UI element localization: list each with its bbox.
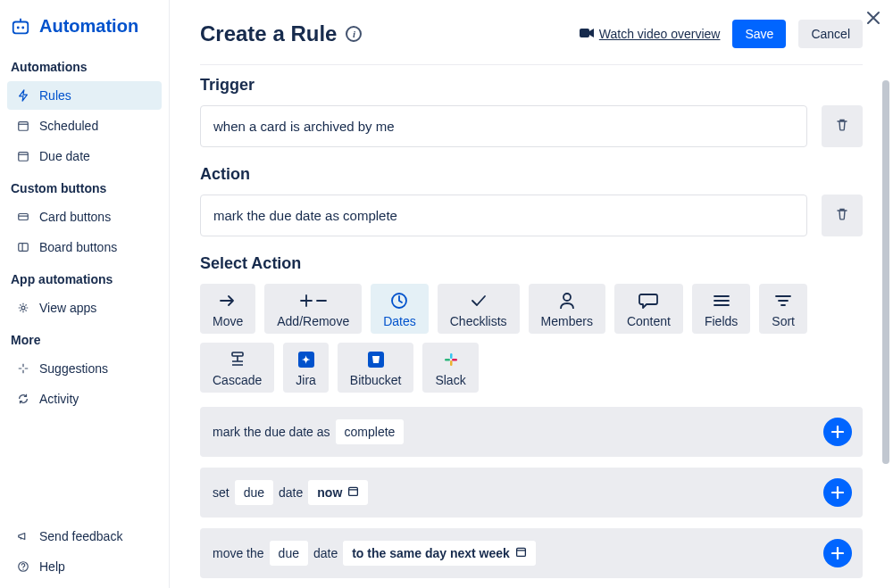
speech-bubble-icon bbox=[638, 291, 658, 311]
select-action-heading: Select Action bbox=[200, 254, 863, 273]
page-title: Create a Rule bbox=[200, 21, 337, 46]
delete-trigger-button[interactable] bbox=[822, 105, 863, 147]
sidebar-item-label: Activity bbox=[39, 392, 79, 406]
trash-icon bbox=[835, 207, 849, 224]
category-label: Fields bbox=[705, 314, 738, 328]
jira-icon: ✦ bbox=[298, 350, 314, 369]
sidebar-item-suggestions[interactable]: Suggestions bbox=[7, 354, 162, 383]
action-category-fields[interactable]: Fields bbox=[692, 284, 750, 334]
svg-rect-25 bbox=[516, 548, 525, 556]
template-text: date bbox=[313, 546, 338, 560]
action-template-set-date: set due date now bbox=[200, 468, 863, 518]
template-value-pill[interactable]: to the same day next week bbox=[343, 541, 536, 566]
watch-video-link[interactable]: Watch video overview bbox=[580, 27, 721, 41]
sidebar-item-label: Card buttons bbox=[39, 210, 111, 224]
sidebar-item-activity[interactable]: Activity bbox=[7, 385, 162, 413]
svg-rect-6 bbox=[19, 153, 29, 161]
category-label: Bitbucket bbox=[350, 373, 402, 387]
main: Create a Rule i Watch video overview Sav… bbox=[170, 0, 893, 588]
plus-minus-icon bbox=[300, 291, 327, 311]
action-category-move[interactable]: Move bbox=[200, 284, 255, 334]
action-summary[interactable]: mark the due date as complete bbox=[200, 195, 807, 236]
sidebar-item-scheduled[interactable]: Scheduled bbox=[7, 112, 162, 140]
svg-rect-18 bbox=[232, 352, 243, 356]
brand-title: Automation bbox=[39, 16, 138, 37]
category-label: Checklists bbox=[450, 314, 507, 328]
template-field-pill[interactable]: due bbox=[270, 541, 308, 566]
svg-rect-22 bbox=[452, 359, 457, 361]
svg-point-12 bbox=[21, 306, 25, 310]
sparkle-icon bbox=[16, 361, 30, 376]
cancel-button[interactable]: Cancel bbox=[798, 20, 863, 48]
delete-action-button[interactable] bbox=[822, 195, 863, 236]
svg-rect-19 bbox=[450, 353, 453, 359]
pill-label: due bbox=[279, 546, 299, 560]
gear-icon bbox=[16, 301, 30, 315]
sidebar-item-label: View apps bbox=[39, 301, 96, 315]
section-header-more: More bbox=[7, 324, 162, 352]
person-icon bbox=[559, 291, 575, 311]
bitbucket-icon bbox=[368, 350, 384, 369]
svg-rect-20 bbox=[445, 359, 450, 361]
category-label: Slack bbox=[435, 373, 465, 387]
category-label: Content bbox=[627, 314, 671, 328]
svg-rect-0 bbox=[13, 21, 29, 33]
trigger-summary[interactable]: when a card is archived by me bbox=[200, 105, 807, 147]
calendar-icon bbox=[16, 119, 30, 133]
pill-label: complete bbox=[345, 425, 396, 439]
sidebar-item-label: Scheduled bbox=[39, 119, 98, 133]
lightning-icon bbox=[16, 88, 30, 103]
info-icon[interactable]: i bbox=[346, 26, 362, 42]
sidebar-item-rules[interactable]: Rules bbox=[7, 81, 162, 110]
template-value-pill[interactable]: complete bbox=[336, 419, 405, 444]
sidebar-item-due-date[interactable]: Due date bbox=[7, 142, 162, 170]
cascade-icon bbox=[229, 350, 246, 369]
sidebar-item-send-feedback[interactable]: Send feedback bbox=[7, 522, 162, 551]
action-category-content[interactable]: Content bbox=[614, 284, 683, 334]
template-field-pill[interactable]: due bbox=[235, 480, 273, 505]
action-category-cascade[interactable]: Cascade bbox=[200, 343, 274, 393]
action-category-dates[interactable]: Dates bbox=[371, 284, 429, 334]
add-action-button[interactable] bbox=[823, 539, 852, 567]
divider bbox=[200, 64, 863, 65]
pill-label: now bbox=[317, 485, 342, 500]
board-icon bbox=[16, 240, 30, 254]
section-header-app-automations: App automations bbox=[7, 263, 162, 292]
save-button[interactable]: Save bbox=[732, 20, 786, 48]
sidebar-item-label: Board buttons bbox=[39, 240, 117, 254]
action-category-sort[interactable]: Sort bbox=[759, 284, 807, 334]
add-action-button[interactable] bbox=[823, 418, 852, 446]
category-label: Cascade bbox=[213, 373, 262, 387]
action-category-jira[interactable]: ✦ Jira bbox=[283, 343, 329, 393]
svg-rect-4 bbox=[19, 122, 29, 131]
template-text: mark the due date as bbox=[213, 425, 330, 439]
clock-icon bbox=[390, 291, 408, 311]
action-category-slack[interactable]: Slack bbox=[422, 343, 478, 393]
action-template-move-date: move the due date to the same day next w… bbox=[200, 528, 863, 578]
calendar-icon bbox=[347, 485, 359, 500]
action-category-grid: Move Add/Remove Dates Checklists bbox=[200, 284, 863, 393]
sidebar-item-board-buttons[interactable]: Board buttons bbox=[7, 233, 162, 261]
add-action-button[interactable] bbox=[823, 478, 852, 507]
brand: Automation bbox=[7, 14, 162, 49]
sidebar-item-label: Send feedback bbox=[39, 529, 122, 543]
svg-rect-15 bbox=[580, 29, 589, 37]
template-value-pill[interactable]: now bbox=[308, 480, 368, 505]
sidebar-item-view-apps[interactable]: View apps bbox=[7, 294, 162, 322]
check-icon bbox=[470, 291, 488, 311]
sort-icon bbox=[774, 291, 792, 311]
svg-rect-23 bbox=[349, 487, 358, 495]
action-category-add-remove[interactable]: Add/Remove bbox=[264, 284, 362, 334]
sidebar-item-help[interactable]: Help bbox=[7, 552, 162, 581]
sidebar-item-card-buttons[interactable]: Card buttons bbox=[7, 203, 162, 231]
sidebar-item-label: Suggestions bbox=[39, 361, 108, 376]
category-label: Add/Remove bbox=[277, 314, 349, 328]
section-header-automations: Automations bbox=[7, 51, 162, 79]
action-category-members[interactable]: Members bbox=[529, 284, 605, 334]
action-category-checklists[interactable]: Checklists bbox=[438, 284, 520, 334]
video-camera-icon bbox=[580, 27, 594, 41]
pill-label: due bbox=[244, 485, 264, 500]
svg-rect-8 bbox=[19, 214, 29, 220]
action-category-bitbucket[interactable]: Bitbucket bbox=[338, 343, 414, 393]
scrollbar[interactable] bbox=[882, 80, 889, 464]
